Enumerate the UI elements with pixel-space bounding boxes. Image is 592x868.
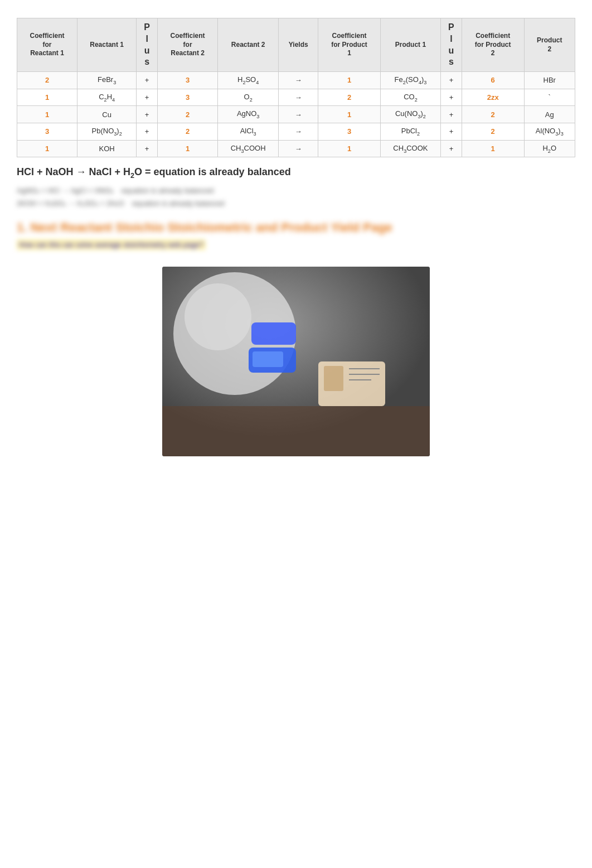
table-cell: Ag: [524, 106, 575, 123]
table-cell: PbCl2: [380, 123, 440, 140]
table-cell: 2: [158, 123, 218, 140]
table-cell: AlCl3: [218, 123, 279, 140]
hcl-equation: HCl + NaOH → NaCl + H2O = equation is al…: [17, 166, 575, 180]
header-product1: Product 1: [380, 18, 440, 72]
table-cell: 2: [462, 123, 524, 140]
table-cell: 2: [158, 106, 218, 123]
table-cell: →: [279, 72, 318, 89]
table-cell: →: [279, 89, 318, 106]
header-coeff-r1: CoefficientforReactant 1: [17, 18, 77, 72]
table-cell: O2: [218, 89, 279, 106]
svg-rect-10: [162, 406, 430, 456]
blurred-line-1: AgNO₃ + HCl → AgCl + HNO₃ equation is al…: [17, 186, 575, 195]
table-cell: Al(NO3)3: [524, 123, 575, 140]
table-cell: Pb(NO3)2: [77, 123, 137, 140]
blurred-sublink: How can this can solve average stoichiom…: [17, 239, 206, 250]
table-cell: 1: [158, 140, 218, 157]
table-cell: +: [441, 106, 462, 123]
table-cell: 1: [17, 106, 77, 123]
table-cell: FeBr3: [77, 72, 137, 89]
table-cell: +: [441, 123, 462, 140]
table-cell: +: [137, 89, 158, 106]
table-cell: 1: [318, 106, 381, 123]
table-cell: AgNO3: [218, 106, 279, 123]
svg-rect-4: [253, 351, 283, 367]
table-cell: +: [137, 140, 158, 157]
header-product2: Product2: [524, 18, 575, 72]
header-coeff-p1: Coefficientfor Product1: [318, 18, 381, 72]
table-row: 3Pb(NO3)2+2AlCl3→3PbCl2+2Al(NO3)3: [17, 123, 575, 140]
table-cell: +: [441, 89, 462, 106]
blurred-heading: 1. Next Reactant Stoichio Stoichiometric…: [17, 220, 575, 235]
table-cell: 1: [462, 140, 524, 157]
table-cell: →: [279, 106, 318, 123]
svg-rect-6: [324, 366, 343, 391]
table-cell: 3: [158, 89, 218, 106]
table-cell: +: [137, 72, 158, 89]
header-plus2: Plus: [441, 18, 462, 72]
header-reactant2: Reactant 2: [218, 18, 279, 72]
table-cell: Cu: [77, 106, 137, 123]
table-cell: 2zx: [462, 89, 524, 106]
table-cell: C2H4: [77, 89, 137, 106]
table-cell: CO2: [380, 89, 440, 106]
header-coeff-p2: Coefficientfor Product2: [462, 18, 524, 72]
header-plus1: Plus: [137, 18, 158, 72]
table-cell: 3: [158, 72, 218, 89]
table-cell: HBr: [524, 72, 575, 89]
table-row: 1Cu+2AgNO3→1Cu(NO3)2+2Ag: [17, 106, 575, 123]
table-cell: +: [137, 123, 158, 140]
table-cell: KOH: [77, 140, 137, 157]
table-cell: 2: [17, 72, 77, 89]
photo-image: [162, 267, 430, 456]
table-cell: H2O: [524, 140, 575, 157]
table-cell: Cu(NO3)2: [380, 106, 440, 123]
table-cell: 2: [318, 89, 381, 106]
table-cell: 1: [17, 140, 77, 157]
table-cell: 6: [462, 72, 524, 89]
table-cell: →: [279, 140, 318, 157]
table-cell: 3: [17, 123, 77, 140]
table-cell: +: [441, 140, 462, 157]
table-cell: 2: [462, 106, 524, 123]
table-cell: 1: [318, 140, 381, 157]
header-reactant1: Reactant 1: [77, 18, 137, 72]
photo-container: [17, 267, 575, 458]
table-cell: Fe2(SO4)3: [380, 72, 440, 89]
table-cell: →: [279, 123, 318, 140]
table-row: 2FeBr3+3H2SO4→1Fe2(SO4)3+6HBr: [17, 72, 575, 89]
table-cell: 3: [318, 123, 381, 140]
header-coeff-r2: CoefficientforReactant 2: [158, 18, 218, 72]
table-cell: H2SO4: [218, 72, 279, 89]
table-cell: 1: [318, 72, 381, 89]
blurred-line-2: 2KOH + H₂SO₄ → K₂SO₄ + 2H₂O equation is …: [17, 199, 575, 208]
table-cell: +: [441, 72, 462, 89]
table-row: 1KOH+1CH3COOH→1CH3COOK+1H2O: [17, 140, 575, 157]
svg-point-2: [173, 272, 296, 395]
table-cell: CH3COOK: [380, 140, 440, 157]
table-cell: 1: [17, 89, 77, 106]
table-cell: +: [137, 106, 158, 123]
table-row: 1C2H4+3O2→2CO2+2zx`: [17, 89, 575, 106]
equations-table: CoefficientforReactant 1 Reactant 1 Plus…: [17, 18, 575, 157]
table-cell: CH3COOH: [218, 140, 279, 157]
table-cell: `: [524, 89, 575, 106]
header-yields: Yields: [279, 18, 318, 72]
